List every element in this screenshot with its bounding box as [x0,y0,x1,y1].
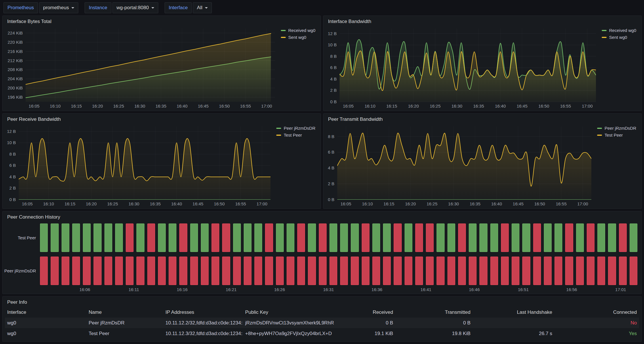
svg-text:16:25: 16:25 [113,104,124,108]
table-cell-interface: wg0 [5,320,86,326]
panel-title[interactable]: Peer Connection History [3,211,641,221]
status-bar-up [104,223,112,252]
legend-item-peer-jrzmdsdr[interactable]: Peer jRzmDsDR [597,126,636,131]
table-cell-last-handshake: 26.7 s [473,331,555,337]
status-bar-up [287,223,294,252]
svg-text:16:05: 16:05 [22,201,33,206]
svg-text:0 B: 0 B [328,197,334,202]
svg-text:16:55: 16:55 [556,201,567,206]
status-bar-up [254,223,262,252]
x-axis-tick: 16:56 [566,287,577,292]
svg-text:16:20: 16:20 [408,104,419,108]
column-header-received[interactable]: Received [338,309,395,315]
column-header-connected[interactable]: Connected [555,309,639,315]
svg-text:16:45: 16:45 [198,104,209,108]
svg-text:10 B: 10 B [328,43,337,47]
svg-text:16:30: 16:30 [448,201,459,206]
legend-item-peer-jrzmdsdr[interactable]: Peer jRzmDsDR [276,126,315,131]
panel-title[interactable]: Peer Transmit Bandwidth [323,114,641,123]
chart-plot[interactable]: 16:0516:1016:1516:2016:2516:3016:3516:40… [326,26,598,110]
chart-plot[interactable]: 16:0516:1016:1516:2016:2516:3016:3516:40… [5,26,277,110]
status-row-test-peer: Test Peer [4,223,637,252]
variable-picker-instance[interactable]: wg-portal:8080 [113,2,158,13]
legend-swatch [276,128,281,129]
x-axis-tick: 16:36 [371,287,382,292]
legend-swatch [602,30,607,31]
column-header-ip-addresses[interactable]: IP Addresses [163,309,243,315]
column-header-last-handshake[interactable]: Last Handshake [473,309,555,315]
status-bar-down [630,257,637,285]
legend-label: Peer jRzmDsDR [605,126,636,131]
legend-item-received-wg0[interactable]: Received wg0 [602,28,636,33]
status-bar-up [555,223,562,252]
status-bar-up [630,223,637,252]
status-bar-up [479,223,487,252]
status-bar-down [351,257,359,285]
svg-text:16:55: 16:55 [235,201,246,206]
legend-item-sent-wg0[interactable]: Sent wg0 [602,35,636,40]
status-bar-up [329,223,337,252]
variable-picker-prometheus[interactable]: prometheus [39,2,79,13]
status-bar-down [565,257,573,285]
status-bar-down [415,257,423,285]
svg-text:16:05: 16:05 [343,104,354,108]
svg-text:16:10: 16:10 [43,201,54,206]
column-header-public-key[interactable]: Public Key [243,309,338,315]
status-bar-down [394,223,401,252]
svg-text:16:05: 16:05 [340,201,351,206]
variable-value-text: prometheus [43,5,69,11]
status-bar-down [383,257,391,285]
svg-text:16:50: 16:50 [219,104,230,108]
chart-area: 16:0516:1016:1516:2016:2516:3016:3516:40… [323,123,641,209]
svg-text:16:45: 16:45 [517,104,527,108]
svg-text:16:45: 16:45 [193,201,203,206]
status-bar-down [340,257,348,285]
svg-text:16:55: 16:55 [240,104,251,108]
status-bar-down [512,257,519,285]
status-bar-down [147,223,155,252]
legend-label: Peer jRzmDsDR [284,126,315,131]
legend-item-received-wg0[interactable]: Received wg0 [281,28,315,33]
panel-title[interactable]: Interface Bytes Total [3,16,321,26]
chart-plot[interactable]: 16:0516:1016:1516:2016:2516:3016:3516:40… [326,123,594,207]
column-header-name[interactable]: Name [86,309,163,315]
status-bar-down [533,257,541,285]
svg-text:16:40: 16:40 [177,104,188,108]
legend-item-test-peer[interactable]: Test Peer [597,133,636,137]
legend-item-test-peer[interactable]: Test Peer [276,133,315,137]
panel-title[interactable]: Interface Bandwidth [323,16,641,26]
chart-area: 16:0516:1016:1516:2016:2516:3016:3516:40… [3,123,321,209]
panel-title[interactable]: Peer Info [3,297,641,306]
x-axis-tick: 16:31 [323,287,334,292]
legend-swatch [276,135,281,136]
svg-text:17:00: 17:00 [261,104,272,108]
table-cell-public-key: jRzmDsDRVnwCt13vsyamXherk9L9RhR [243,320,338,326]
status-bar-down [297,223,305,252]
column-header-transmitted[interactable]: Transmitted [395,309,473,315]
status-bar-down [329,257,337,285]
status-bar-down [544,257,552,285]
status-bar-down [319,223,327,252]
chevron-down-icon [205,7,208,9]
status-bar-down [533,223,541,252]
variable-prometheus: Prometheus prometheus [3,2,78,13]
status-bar-up [83,223,91,252]
column-header-interface[interactable]: Interface [5,309,86,315]
status-bar-down [565,223,573,252]
x-axis-tick: 16:21 [226,287,237,292]
chart-plot[interactable]: 16:0516:1016:1516:2016:2516:3016:3516:40… [5,123,273,207]
svg-text:16:10: 16:10 [365,104,376,108]
timeseries-svg: 16:0516:1016:1516:2016:2516:3016:3516:40… [5,26,277,110]
variable-picker-interface[interactable]: All [193,2,212,13]
status-bar-down [201,257,209,285]
svg-text:8 B: 8 B [9,152,16,156]
status-bar-down [415,223,423,252]
legend-item-sent-wg0[interactable]: Sent wg0 [281,35,315,40]
status-row-label: Peer jRzmDsDR [4,257,40,285]
status-bar-down [619,257,627,285]
panel-title[interactable]: Peer Receive Bandwidth [3,114,321,123]
x-axis-tick: 16:16 [177,287,188,292]
chart-legend: Received wg0Sent wg0 [598,26,639,40]
status-bar-up [383,223,391,252]
status-bar-up [72,223,80,252]
